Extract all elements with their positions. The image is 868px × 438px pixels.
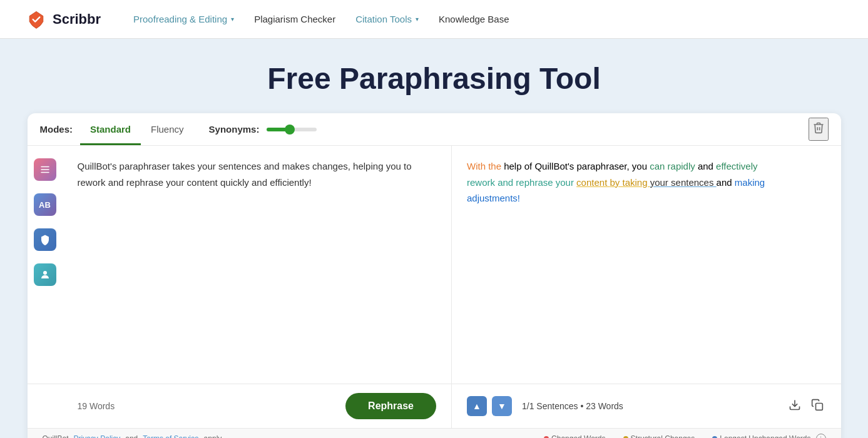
person-tool-icon[interactable] [34,263,56,286]
shield-tool-icon[interactable] [34,228,56,251]
nav-knowledge[interactable]: Knowledge Base [439,14,509,24]
input-word-count: 19 Words [78,401,115,411]
clear-button[interactable] [809,118,829,141]
editor-area: AB QuillBot's paraphraser takes [28,146,841,384]
rephrase-button[interactable]: Rephrase [345,393,436,419]
nav-plagiarism[interactable]: Plagiarism Checker [254,14,335,24]
output-text: With the help of QuillBot's paraphraser,… [467,158,826,206]
input-text: QuillBot's paraphraser takes your senten… [78,158,437,190]
output-word-content: content [576,177,610,188]
list-tool-icon[interactable] [34,158,56,181]
output-word-making: making [735,177,765,188]
svg-point-4 [43,271,47,275]
prev-sentence-button[interactable]: ▲ [467,396,487,416]
ab-tool-icon[interactable]: AB [34,193,56,216]
output-word-by-taking: by taking [610,177,650,188]
nav-citation[interactable]: Citation Tools ▾ [355,11,419,27]
modes-label: Modes: [40,124,73,135]
bottom-bar: 19 Words Rephrase ▲ ▼ 1/1 Sentences • 23… [28,384,841,428]
svg-rect-2 [41,169,49,170]
synonyms-label: Synonyms: [209,124,260,135]
tool-wrapper: Modes: Standard Fluency Synonyms: [0,113,868,438]
legend-structural: Structural Changes [623,434,695,438]
mode-standard[interactable]: Standard [80,115,141,145]
quillbot-text: QuillBot [43,434,69,438]
privacy-policy-link[interactable]: Privacy Policy [74,434,121,438]
nav-proofreading[interactable]: Proofreading & Editing ▾ [133,11,234,27]
svg-rect-3 [41,172,49,173]
next-sentence-button[interactable]: ▼ [492,396,512,416]
slider-thumb [285,125,295,135]
header: Scribbr Proofreading & Editing ▾ Plagiar… [0,0,868,39]
output-word-can-rapidly: can rapidly [650,161,698,171]
output-word-rework: rework and rephrase your [467,177,576,188]
hero-section: Free Paraphrasing Tool [0,39,868,113]
svg-rect-1 [41,166,49,168]
chevron-down-icon: ▾ [231,16,234,23]
synonyms-slider[interactable] [267,128,317,131]
logo[interactable]: Scribbr [25,8,101,31]
slider-fill [267,128,287,131]
output-word-adjustments: adjustments! [467,193,520,203]
sentence-info: 1/1 Sentences • 23 Words [522,401,623,411]
mode-fluency[interactable]: Fluency [141,115,194,145]
logo-icon [25,8,48,31]
chevron-down-icon: ▾ [416,16,419,23]
legend-bar: QuillBot Privacy Policy and Terms of Ser… [28,428,841,438]
terms-link[interactable]: Terms of Service [143,434,198,438]
output-word-effectively: effectively [716,161,757,171]
logo-text: Scribbr [53,11,101,28]
sidebar: AB [28,146,63,384]
page-title: Free Paraphrasing Tool [0,61,868,96]
copy-button[interactable] [809,396,826,417]
legend-changed-words: Changed Words [544,434,606,438]
input-panel[interactable]: QuillBot's paraphraser takes your senten… [63,146,452,384]
modes-bar: Modes: Standard Fluency Synonyms: [28,113,841,146]
output-word-with: With the [467,161,504,171]
output-footer: ▲ ▼ 1/1 Sentences • 23 Words [452,384,841,428]
svg-rect-6 [815,403,822,410]
output-word-sentences: your sentences [650,177,717,188]
output-panel: With the help of QuillBot's paraphraser,… [452,146,841,384]
input-footer: 19 Words Rephrase [28,384,452,428]
action-buttons [786,396,826,417]
legend-longest-unchanged: Longest Unchanged Words [712,434,810,438]
legend-info-icon[interactable]: i [816,434,826,438]
tool-container: Modes: Standard Fluency Synonyms: [28,113,841,438]
download-button[interactable] [786,396,804,417]
